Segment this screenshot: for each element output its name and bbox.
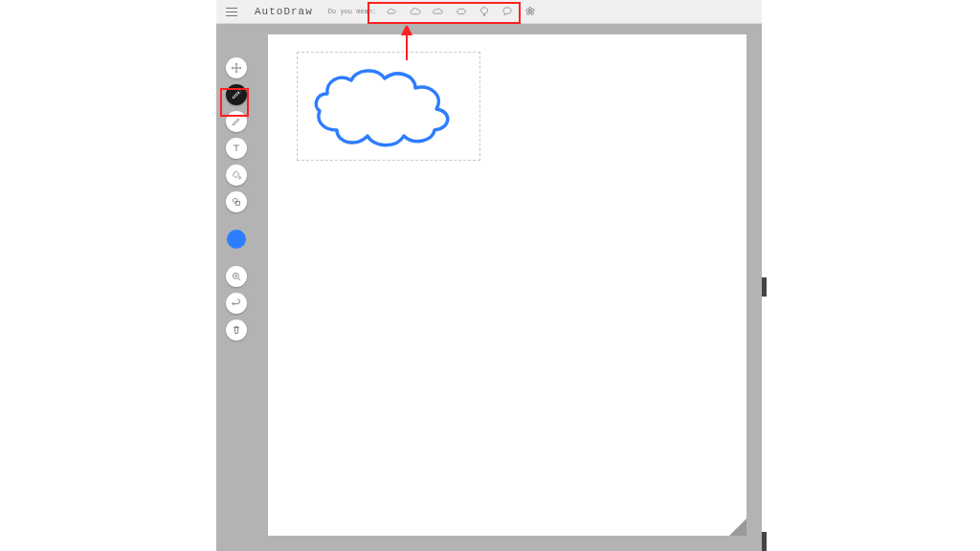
tool-shape[interactable]: [226, 191, 247, 212]
svg-point-3: [532, 9, 535, 11]
svg-point-2: [529, 7, 532, 10]
svg-point-5: [527, 12, 530, 15]
suggestion-cloud[interactable]: [409, 5, 422, 18]
suggestion-prompt: Do you mean:: [328, 8, 376, 15]
tool-delete[interactable]: [226, 320, 247, 341]
suggestion-speech-bubble[interactable]: [501, 5, 514, 18]
suggestion-ellipse[interactable]: [455, 5, 468, 18]
toolbar: [222, 57, 251, 341]
tool-undo[interactable]: [226, 293, 247, 314]
svg-point-4: [531, 12, 534, 15]
app-window: AutoDraw Do you mean:: [216, 0, 762, 551]
svg-rect-8: [235, 201, 239, 205]
tool-autodraw[interactable]: [226, 84, 247, 105]
user-drawing-cloud[interactable]: [308, 63, 471, 154]
tool-fill[interactable]: [226, 165, 247, 186]
suggestion-bar: [386, 0, 537, 23]
suggestion-cloud-wide[interactable]: [432, 5, 445, 18]
suggestion-tree[interactable]: [478, 5, 491, 18]
svg-point-0: [457, 9, 465, 14]
drawing-canvas[interactable]: [268, 34, 746, 536]
canvas-resize-corner[interactable]: [729, 518, 746, 536]
tool-draw[interactable]: [226, 111, 247, 132]
scroll-indicator: [762, 277, 767, 297]
app-title: AutoDraw: [255, 6, 313, 17]
top-bar: AutoDraw Do you mean:: [216, 0, 762, 24]
tool-move[interactable]: [226, 57, 247, 78]
scroll-indicator: [762, 532, 767, 551]
tool-text[interactable]: [226, 138, 247, 159]
menu-icon[interactable]: [220, 0, 243, 23]
tool-color[interactable]: [227, 230, 246, 249]
tool-zoom[interactable]: [226, 266, 247, 287]
svg-point-6: [526, 9, 529, 11]
svg-point-7: [233, 198, 237, 203]
suggestion-flower[interactable]: [523, 5, 537, 18]
suggestion-cloud-small[interactable]: [386, 5, 399, 18]
